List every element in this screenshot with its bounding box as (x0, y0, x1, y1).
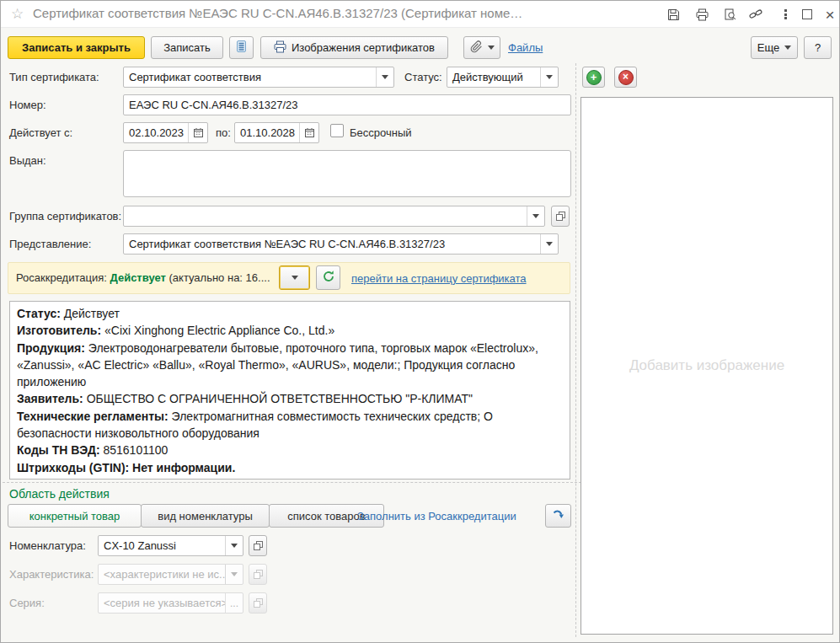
help-label: ? (815, 41, 821, 54)
characteristic-select: <характеристики не ис... (98, 564, 243, 585)
series-more-button: ... (225, 593, 243, 613)
save-close-button[interactable]: Записать и закрыть (8, 36, 145, 59)
certificate-type-value: Сертификат соответствия (124, 71, 376, 83)
valid-from-input[interactable]: 02.10.2023 (123, 122, 208, 143)
attachments-button[interactable] (463, 36, 500, 59)
curved-arrow-icon (552, 508, 565, 524)
detail-line: Штрихкоды (GTIN): Нет информации. (17, 459, 563, 476)
certificate-type-select[interactable]: Сертификат соответствия (123, 67, 394, 88)
fill-button[interactable] (545, 504, 571, 528)
detail-line: Изготовитель: «Cixi Xinghong Electric Ap… (17, 322, 563, 339)
issued-textarea[interactable] (123, 150, 571, 197)
image-dropzone[interactable]: Добавить изображение (581, 97, 833, 635)
printer-icon (274, 40, 286, 56)
nomenclature-label: Номенклатура: (9, 539, 86, 552)
nomenclature-open-button[interactable] (249, 535, 267, 556)
chevron-down-icon (784, 46, 791, 50)
perpetual-label[interactable]: Бессрочный (350, 126, 412, 139)
accreditation-label: Росаккредитация: (16, 271, 107, 284)
vertical-splitter[interactable] (575, 63, 576, 637)
number-value: ЕАЭС RU C-CN.АЯ46.В.31327/23 (124, 99, 570, 111)
tab-label: конкретный товар (29, 510, 120, 522)
number-input[interactable]: ЕАЭС RU C-CN.АЯ46.В.31327/23 (123, 94, 571, 115)
tab-nomenclature-kind[interactable]: вид номенклатуры (141, 504, 270, 528)
certificate-images-button[interactable]: Изображения сертификатов (260, 36, 448, 59)
files-link[interactable]: Файлы (508, 41, 543, 54)
detail-line: Статус: Действует (17, 305, 563, 322)
chevron-down-icon[interactable] (225, 536, 243, 555)
presentation-label: Представление: (9, 238, 91, 250)
chevron-down-icon[interactable] (376, 67, 393, 87)
tab-specific-product[interactable]: конкретный товар (8, 504, 142, 528)
valid-to-label: по: (216, 126, 231, 139)
valid-to-input[interactable]: 01.10.2028 (234, 122, 319, 143)
series-placeholder: <серия не указывается> (99, 597, 225, 609)
print-preview-icon[interactable] (721, 6, 738, 23)
horizontal-splitter[interactable] (3, 482, 581, 483)
close-button[interactable]: × (821, 6, 838, 23)
presentation-select[interactable]: Сертификат соответствия №ЕАЭС RU C-CN.АЯ… (123, 233, 559, 255)
chevron-down-icon[interactable] (540, 67, 558, 87)
chevron-down-icon[interactable] (527, 206, 544, 226)
detail-line: Технические регламенты: Электромагнитная… (17, 408, 563, 442)
save-close-label: Записать и закрыть (22, 41, 131, 54)
open-icon (254, 541, 263, 550)
group-select[interactable] (123, 206, 545, 227)
certificate-images-label: Изображения сертификатов (292, 41, 435, 54)
certificate-list-button[interactable] (229, 36, 254, 59)
delete-image-button[interactable]: × (614, 67, 637, 88)
add-image-button[interactable]: + (582, 67, 605, 88)
help-button[interactable]: ? (804, 36, 832, 59)
calendar-icon[interactable] (299, 123, 318, 142)
certificate-window: ☆ Сертификат соответствия №ЕАЭС RU C-CN.… (0, 0, 840, 643)
details-panel: Статус: Действует Изготовитель: «Cixi Xi… (9, 301, 570, 480)
print-icon[interactable] (693, 6, 710, 23)
more-label: Еще (757, 41, 779, 54)
status-select[interactable]: Действующий (447, 67, 559, 88)
nomenclature-select[interactable]: CX-10 Zanussi (98, 535, 243, 556)
detail-line: Заявитель: ОБЩЕСТВО С ОГРАНИЧЕННОЙ ОТВЕТ… (17, 390, 563, 407)
delete-cross-icon: × (618, 70, 634, 85)
calendar-icon[interactable] (188, 123, 207, 142)
maximize-button[interactable] (799, 6, 816, 23)
group-open-button[interactable] (551, 206, 570, 227)
link-icon[interactable] (747, 6, 764, 23)
fill-from-accreditation-label: Заполнить из Росаккредитации (357, 510, 516, 522)
save-icon[interactable] (665, 6, 682, 23)
tab-label: вид номенклатуры (158, 510, 253, 522)
save-button[interactable]: Записать (151, 36, 223, 59)
chevron-down-icon[interactable] (540, 234, 558, 254)
certificate-type-label: Тип сертификата: (9, 71, 99, 83)
detail-line: Продукция: Электроводонагреватели бытовы… (17, 340, 563, 391)
open-icon (254, 598, 263, 608)
fill-from-accreditation-link[interactable]: Заполнить из Росаккредитации (357, 510, 516, 522)
series-open-button (249, 592, 267, 614)
perpetual-checkbox[interactable] (330, 124, 344, 137)
detail-line: Коды ТН ВЭД: 8516101100 (17, 442, 563, 458)
valid-from-value: 02.10.2023 (124, 126, 188, 139)
open-icon (254, 570, 263, 579)
characteristic-open-button (249, 564, 267, 585)
refresh-button[interactable] (316, 265, 340, 290)
refresh-icon (322, 270, 335, 286)
accreditation-dropdown-button[interactable] (279, 265, 310, 290)
chevron-down-icon (225, 565, 243, 584)
files-label: Файлы (508, 41, 543, 54)
group-label: Группа сертификатов: (9, 210, 121, 222)
certificate-page-link[interactable]: перейти на страницу сертификата (351, 272, 527, 285)
stack-icon (235, 40, 248, 56)
paperclip-icon (470, 40, 483, 56)
more-button[interactable]: Еще (751, 36, 798, 59)
certificate-page-link-label: перейти на страницу сертификата (351, 272, 527, 285)
accreditation-note: (актуально на: 16.... (169, 271, 270, 284)
plus-icon: + (586, 70, 602, 85)
open-icon (556, 212, 565, 221)
favorite-star-icon[interactable]: ☆ (11, 5, 24, 23)
characteristic-label: Характеристика: (9, 568, 94, 581)
series-label: Серия: (9, 597, 45, 609)
number-label: Номер: (9, 99, 46, 111)
status-value: Действующий (447, 71, 540, 83)
valid-from-label: Действует с: (9, 126, 72, 139)
nomenclature-value: CX-10 Zanussi (99, 539, 225, 552)
more-vertical-icon[interactable] (777, 6, 794, 23)
